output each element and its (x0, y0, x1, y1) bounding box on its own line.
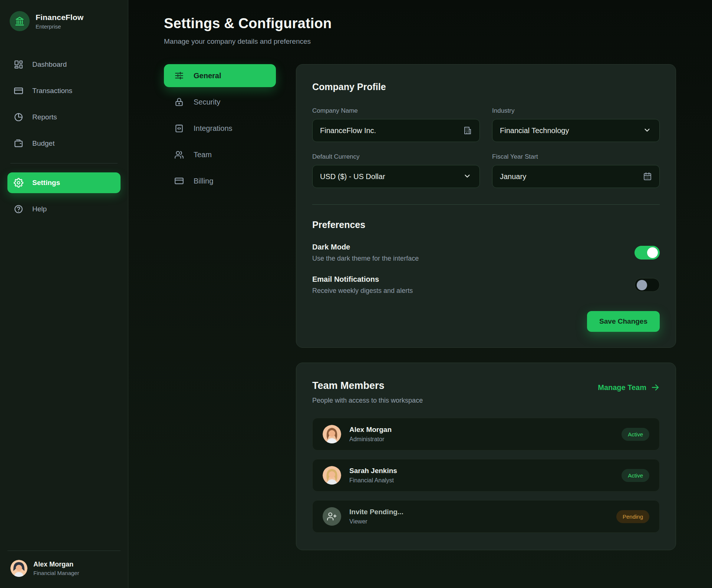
email-notifications-label: Email Notifications (312, 275, 413, 284)
manage-team-label: Manage Team (598, 383, 646, 392)
sidebar-item-help[interactable]: Help (7, 199, 121, 219)
member-avatar (323, 425, 341, 443)
card-divider (312, 204, 660, 205)
team-member-row: Alex Morgan Administrator Active (312, 418, 660, 450)
user-plus-icon (323, 507, 341, 526)
sidebar-item-label: Transactions (32, 87, 72, 95)
billing-card-icon (174, 176, 184, 186)
user-name: Alex Morgan (33, 561, 79, 568)
team-member-list: Alex Morgan Administrator Active (312, 418, 660, 533)
member-role: Administrator (349, 436, 392, 443)
sidebar-item-label: Dashboard (32, 60, 67, 69)
page-subtitle: Manage your company details and preferen… (164, 37, 676, 46)
credit-card-icon (14, 86, 23, 96)
app-root: FinanceFlow Enterprise Dashboard (0, 0, 712, 588)
member-role: Financial Analyst (349, 477, 397, 484)
dark-mode-row: Dark Mode Use the dark theme for the int… (312, 243, 660, 262)
dashboard-icon (14, 60, 23, 69)
fiscal-value: January (500, 172, 526, 181)
sidebar-user-profile[interactable]: Alex Morgan Financial Manager (7, 551, 121, 577)
member-role: Viewer (349, 518, 403, 525)
pie-chart-icon (14, 112, 23, 122)
dark-mode-description: Use the dark theme for the interface (312, 255, 419, 262)
brand: FinanceFlow Enterprise (7, 10, 121, 33)
member-avatar (323, 466, 341, 485)
user-role: Financial Manager (33, 570, 79, 576)
team-subtitle: People with access to this workspace (312, 397, 423, 404)
company-name-value: FinanceFlow Inc. (320, 126, 376, 135)
main-content: Settings & Configuration Manage your com… (128, 0, 712, 588)
sidebar: FinanceFlow Enterprise Dashboard (0, 0, 128, 588)
chevron-down-icon (463, 172, 472, 181)
lock-icon (174, 97, 184, 107)
sidebar-item-dashboard[interactable]: Dashboard (7, 54, 121, 75)
dark-mode-toggle[interactable] (634, 246, 660, 260)
chevron-down-icon (643, 126, 652, 135)
company-name-input[interactable]: FinanceFlow Inc. (312, 119, 480, 142)
member-name: Sarah Jenkins (349, 467, 397, 475)
fiscal-label: Fiscal Year Start (492, 153, 660, 161)
tab-label: Team (194, 151, 212, 159)
help-circle-icon (14, 204, 23, 214)
calendar-icon (643, 172, 652, 181)
sidebar-item-budget[interactable]: Budget (7, 133, 121, 154)
tab-security[interactable]: Security (164, 90, 276, 113)
member-name: Alex Morgan (349, 426, 392, 434)
tab-billing[interactable]: Billing (164, 169, 276, 192)
tab-label: Integrations (194, 124, 233, 133)
company-profile-card: Company Profile Company Name FinanceFlow… (296, 64, 676, 348)
company-profile-title: Company Profile (312, 82, 660, 92)
preferences-title: Preferences (312, 219, 660, 230)
status-badge: Active (622, 428, 649, 441)
currency-label: Default Currency (312, 153, 480, 161)
email-notifications-row: Email Notifications Receive weekly diges… (312, 275, 660, 295)
brand-name: FinanceFlow (36, 13, 83, 22)
user-avatar (10, 560, 27, 577)
sidebar-item-label: Help (32, 205, 47, 213)
users-icon (174, 150, 184, 159)
dark-mode-label: Dark Mode (312, 243, 419, 251)
team-members-card: Team Members People with access to this … (296, 363, 676, 550)
gear-icon (14, 178, 23, 188)
currency-value: USD ($) - US Dollar (320, 172, 385, 181)
fiscal-input[interactable]: January (492, 165, 660, 188)
team-member-row: Invite Pending... Viewer Pending (312, 500, 660, 533)
tab-label: General (194, 72, 221, 80)
industry-value: Financial Technology (500, 126, 569, 135)
team-title: Team Members (312, 380, 423, 392)
status-badge: Active (622, 469, 649, 482)
sidebar-item-label: Budget (32, 139, 55, 148)
settings-tabs: General Security (164, 64, 276, 196)
email-notifications-toggle[interactable] (634, 278, 660, 292)
email-notifications-description: Receive weekly digests and alerts (312, 287, 413, 295)
sidebar-item-label: Reports (32, 113, 57, 121)
company-name-label: Company Name (312, 107, 480, 115)
sidebar-item-reports[interactable]: Reports (7, 107, 121, 128)
sliders-icon (174, 71, 184, 80)
manage-team-link[interactable]: Manage Team (598, 383, 660, 392)
wallet-icon (14, 139, 23, 148)
save-changes-button[interactable]: Save Changes (587, 311, 660, 332)
building-icon (463, 126, 472, 135)
currency-select[interactable]: USD ($) - US Dollar (312, 165, 480, 188)
arrow-right-icon (651, 383, 660, 392)
team-member-row: Sarah Jenkins Financial Analyst Active (312, 459, 660, 492)
member-name: Invite Pending... (349, 508, 403, 516)
tab-integrations[interactable]: Integrations (164, 117, 276, 140)
sidebar-nav: Dashboard Transactions Reports (7, 54, 121, 225)
industry-select[interactable]: Financial Technology (492, 119, 660, 142)
tab-team[interactable]: Team (164, 143, 276, 166)
sidebar-item-label: Settings (32, 179, 60, 187)
clipboard-code-icon (174, 123, 184, 133)
sidebar-item-settings[interactable]: Settings (7, 172, 121, 193)
tab-general[interactable]: General (164, 64, 276, 87)
brand-tier: Enterprise (36, 23, 83, 30)
industry-label: Industry (492, 107, 660, 115)
sidebar-divider (10, 163, 118, 163)
sidebar-item-transactions[interactable]: Transactions (7, 80, 121, 101)
tab-label: Security (194, 98, 220, 106)
status-badge: Pending (616, 510, 649, 523)
bank-logo-icon (10, 11, 30, 31)
tab-label: Billing (194, 177, 213, 185)
page-title: Settings & Configuration (164, 16, 676, 32)
